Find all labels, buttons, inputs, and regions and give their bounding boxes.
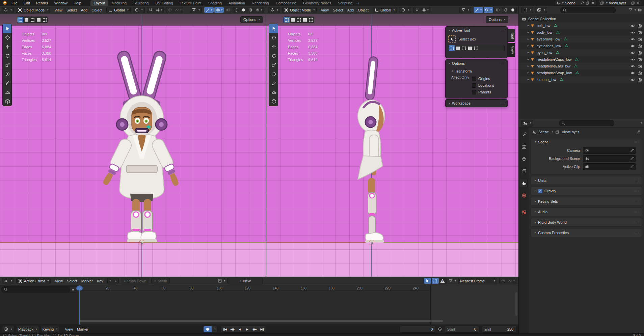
only-selected-toggle[interactable] [424, 278, 431, 284]
disable-in-renders-icon[interactable] [638, 37, 642, 41]
action-datablock-dropdown[interactable]: ▾ [218, 279, 225, 283]
hide-in-viewport-icon[interactable] [630, 51, 635, 55]
menu-item[interactable]: File [8, 1, 21, 5]
hide-in-viewport-icon[interactable] [630, 57, 635, 62]
dopesheet-menu-item[interactable]: View [53, 279, 65, 283]
disable-in-renders-icon[interactable] [638, 30, 642, 35]
editor-type-dropdown[interactable]: ▾ [2, 278, 14, 284]
new-scene-icon[interactable] [586, 1, 590, 5]
disclosure-triangle-icon[interactable]: ▸ [528, 78, 529, 81]
select-mode-invert[interactable] [35, 17, 42, 23]
outliner-object-row[interactable]: ▸ headphoneStrap_low [519, 69, 644, 76]
sidebar-tab[interactable]: Tool [508, 29, 515, 42]
disable-in-renders-icon[interactable] [638, 64, 642, 68]
viewport-options-button[interactable]: Options▾ [240, 16, 263, 23]
add-cube-tool[interactable] [269, 97, 278, 106]
channel-region[interactable] [0, 285, 78, 325]
keying-set-dropdown[interactable]: ▾ [212, 326, 217, 332]
playback-dropdown[interactable]: Keying▾ [41, 326, 60, 332]
select-mode-new[interactable] [449, 45, 455, 51]
tab-tool[interactable] [520, 131, 528, 138]
select-mode-new[interactable] [17, 17, 23, 23]
character-side[interactable] [350, 55, 394, 244]
disable-in-renders-icon[interactable] [638, 24, 642, 28]
options-title[interactable]: Options [452, 61, 465, 65]
breadcrumb-viewlayer[interactable]: ViewLayer [562, 130, 579, 134]
show-gizmos-toggle[interactable]: ▾ [474, 7, 483, 13]
pin-icon[interactable] [580, 1, 584, 5]
eyedropper-icon[interactable] [630, 157, 634, 161]
start-frame-field[interactable]: Start0 [444, 326, 479, 333]
checkbox[interactable] [472, 77, 476, 81]
playback-menu-item[interactable]: Marker [75, 327, 90, 331]
play-button[interactable]: ▶ [243, 326, 251, 332]
properties-editor-dropdown[interactable]: ▾ [521, 120, 533, 127]
prev-keyframe-button[interactable]: ◀◆ [229, 326, 236, 332]
tab-output[interactable] [520, 155, 528, 163]
checkbox[interactable] [472, 90, 476, 94]
outliner-object-row[interactable]: ▸ headphoneEars_low [519, 63, 644, 69]
outliner-object-row[interactable]: ▸ eyelashes_low [519, 43, 644, 49]
mode-dropdown[interactable]: Object Mode▾ [282, 7, 317, 13]
tab-render[interactable] [520, 143, 528, 150]
select-mode-intersect[interactable] [308, 17, 314, 23]
remove-viewlayer-icon[interactable] [636, 1, 640, 5]
tab-scene[interactable] [520, 179, 528, 187]
disable-in-renders-icon[interactable] [638, 57, 642, 62]
shading-solid-button[interactable] [509, 7, 516, 13]
blender-logo-icon[interactable] [2, 0, 7, 5]
hide-in-viewport-icon[interactable] [630, 64, 635, 68]
move-tool[interactable] [3, 42, 12, 51]
checkbox-row[interactable]: Parents [472, 89, 494, 95]
editor-type-dropdown[interactable]: ▾ [2, 7, 14, 13]
stash-button[interactable]: ✳Stash [151, 278, 170, 284]
viewport-canvas-front[interactable]: Options▾ Objects0/9Vertices3,527Edges6,8… [0, 14, 266, 277]
object-visibility-dropdown[interactable]: ▾ [459, 7, 471, 13]
disclosure-triangle-icon[interactable]: ▸ [528, 65, 529, 67]
show-overlays-toggle[interactable]: ▾ [484, 7, 493, 13]
annotate-tool[interactable] [3, 79, 12, 88]
viewport-canvas-side[interactable]: Options▾ Objects0/9Vertices3,527Edges6,8… [266, 14, 518, 277]
outliner-display-mode-dropdown[interactable]: ▾ [521, 7, 533, 13]
snap-mode-dropdown[interactable]: Nearest Frame▾ [458, 278, 497, 284]
tab-view-layer[interactable] [520, 167, 528, 175]
menu-item[interactable]: Edit [21, 1, 33, 5]
move-down-button[interactable]: ▼ [108, 278, 113, 284]
viewport-menu-item[interactable]: View [319, 8, 331, 12]
eyedropper-icon[interactable] [630, 165, 634, 169]
section-units[interactable]: ▸Units∷∷ [531, 176, 642, 185]
outliner-object-row[interactable]: ▸ eyes_low [519, 49, 644, 56]
snap-toggle[interactable] [413, 7, 421, 13]
active-tool-title[interactable]: Active Tool [452, 28, 470, 32]
hide-in-viewport-icon[interactable] [630, 44, 635, 48]
shading-solid-button[interactable] [240, 7, 247, 13]
outliner-search-input[interactable] [560, 7, 616, 13]
new-viewlayer-icon[interactable] [631, 1, 635, 5]
show-overlays-toggle[interactable]: ▾ [214, 7, 224, 13]
editor-type-dropdown[interactable]: ▾ [2, 326, 14, 332]
jump-to-end-button[interactable]: ▶▮ [258, 326, 266, 332]
viewport-options-button[interactable]: Options▾ [486, 16, 508, 23]
viewport-menu-item[interactable]: Object [356, 8, 371, 12]
workspace-tab[interactable]: Rendering [248, 0, 272, 6]
pivot-point-dropdown[interactable]: ▾ [399, 7, 411, 13]
mode-dropdown[interactable]: Object Mode▾ [16, 7, 50, 13]
rotate-tool[interactable] [269, 51, 278, 60]
datablock-field[interactable] [583, 163, 636, 170]
show-gizmos-toggle[interactable]: ▾ [204, 7, 214, 13]
checkbox-row[interactable]: Locations [472, 82, 494, 89]
collapse-summary-toggle[interactable] [432, 278, 439, 284]
shading-rendered-button[interactable]: ▾ [254, 7, 264, 13]
outliner-editor-dropdown[interactable]: ▾ [535, 7, 547, 13]
unlink-scene-icon[interactable] [591, 1, 595, 5]
disclosure-triangle-icon[interactable]: ▸ [528, 31, 529, 34]
disclosure-triangle-icon[interactable]: ▸ [528, 24, 529, 27]
shading-wireframe-button[interactable] [502, 7, 509, 13]
gravity-checkbox[interactable]: ✓ [538, 189, 542, 193]
hide-in-viewport-icon[interactable] [630, 78, 635, 82]
section-row[interactable]: ▸Custom Properties∷∷ [531, 228, 642, 237]
scale-tool[interactable] [3, 60, 12, 69]
hide-in-viewport-icon[interactable] [630, 30, 635, 35]
channel-search-input[interactable] [1, 286, 71, 292]
select-box-tool[interactable] [269, 24, 278, 33]
